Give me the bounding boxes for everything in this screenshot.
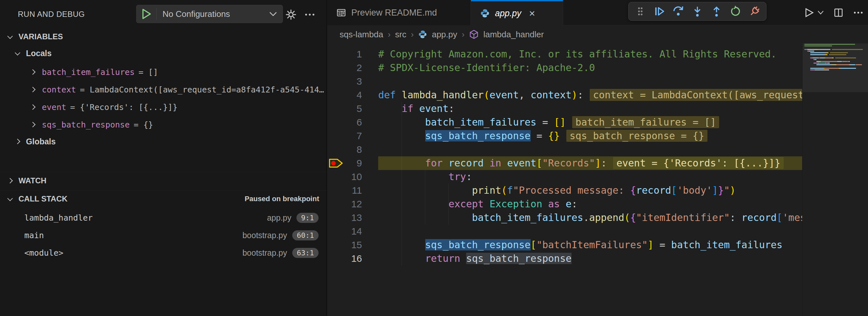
gear-icon[interactable] (284, 8, 298, 22)
disconnect-button[interactable] (747, 4, 762, 19)
close-icon[interactable]: × (529, 8, 535, 19)
tab-preview-readme[interactable]: Preview README.md (327, 0, 471, 25)
section-divider (0, 171, 327, 172)
line-number[interactable]: 15 (327, 238, 378, 252)
code-line[interactable]: sqs_batch_response["batchItemFailures"] … (378, 238, 802, 252)
line-number[interactable]: 13 (327, 211, 378, 224)
continue-button[interactable] (652, 4, 666, 19)
chevron-down-icon (817, 10, 824, 15)
run-python-file-button[interactable] (804, 7, 824, 18)
breakpoint-paused-arrow-icon[interactable] (329, 157, 343, 169)
watch-section-header[interactable]: WATCH (0, 172, 327, 189)
chevron-right-icon (15, 139, 21, 145)
line-number[interactable]: 10 (327, 170, 378, 184)
stack-frame[interactable]: lambda_handler app.py 9:1 (0, 210, 327, 226)
code-token (378, 103, 402, 114)
code-line[interactable]: if event: (378, 102, 802, 116)
line-number[interactable]: 1 (327, 48, 378, 61)
code-token: lambda_handler (402, 89, 484, 101)
drag-handle[interactable] (633, 4, 647, 19)
code-token: ) (730, 185, 736, 196)
start-debug-button[interactable] (136, 8, 157, 20)
code-line[interactable]: batch_item_failures.append({"itemIdentif… (378, 211, 802, 224)
code-lines: # Copyright Amazon.com, Inc. or its affi… (378, 43, 802, 316)
code-line[interactable]: batch_item_failures = []batch_item_failu… (378, 116, 802, 129)
config-dropdown-label: No Configurations (157, 9, 264, 19)
step-over-button[interactable] (671, 4, 685, 19)
code-token: sqs_batch_response (466, 253, 571, 264)
code-token: [] (554, 117, 566, 128)
restart-button[interactable] (728, 4, 742, 19)
code-token: ( (624, 212, 630, 223)
code-token: "Records" (542, 157, 595, 169)
python-icon (480, 8, 490, 18)
code-token: print (472, 185, 501, 196)
code-line[interactable]: except Exception as e: (378, 197, 802, 211)
variables-section-header[interactable]: VARIABLES (0, 29, 327, 44)
code-line[interactable]: print(f"Processed message: {record['body… (378, 184, 802, 197)
code-token: f (507, 185, 513, 196)
code-line[interactable]: # SPDX-License-Identifier: Apache-2.0 (378, 61, 802, 74)
line-number[interactable]: 16 (327, 252, 378, 265)
code-line[interactable]: return sqs_batch_response (378, 252, 802, 265)
breadcrumb-item[interactable]: src (395, 30, 406, 39)
code-token: event (490, 89, 519, 101)
line-number[interactable]: 8 (327, 143, 378, 156)
stack-frame[interactable]: <module> bootstrap.py 63:1 (0, 245, 327, 261)
debug-config-dropdown[interactable]: No Configurations (136, 5, 283, 23)
split-editor-icon[interactable] (834, 8, 843, 18)
variable-row[interactable]: sqs_batch_response = {} (0, 117, 327, 132)
paused-status: Paused on breakpoint (245, 195, 319, 203)
chevron-down-icon (7, 196, 13, 201)
scope-globals[interactable]: Globals (0, 134, 327, 149)
variable-row[interactable]: batch_item_failures = [] (0, 64, 327, 80)
code-token: # Copyright Amazon.com, Inc. or its affi… (378, 48, 777, 60)
stack-frame[interactable]: main bootstrap.py 60:1 (0, 227, 327, 243)
variable-row[interactable]: event = {'Records': [{...}]} (0, 99, 327, 115)
chevron-right-icon (30, 87, 36, 92)
code-token: = (654, 239, 671, 250)
line-number[interactable]: 5 (327, 102, 378, 116)
code-line[interactable]: for record in event["Records"]:event = {… (378, 156, 802, 170)
code-line[interactable] (378, 143, 802, 156)
code-line[interactable]: sqs_batch_response = {}sqs_batch_respons… (378, 129, 802, 143)
code-token: : (730, 212, 742, 223)
line-number[interactable]: 2 (327, 61, 378, 74)
scope-locals[interactable]: Locals (0, 45, 327, 61)
callstack-section-header[interactable]: CALL STACK Paused on breakpoint (0, 191, 327, 207)
code-token: record (448, 157, 484, 169)
code-token: " (724, 185, 730, 196)
line-number[interactable]: 14 (327, 224, 378, 238)
code-line[interactable]: def lambda_handler(event, context):conte… (378, 88, 802, 102)
code-line[interactable]: try: (378, 170, 802, 184)
line-number[interactable]: 7 (327, 129, 378, 143)
code-region: 12345678910111213141516 # Copyright Amaz… (327, 43, 868, 316)
code-line[interactable] (378, 74, 802, 88)
line-number[interactable]: 3 (327, 74, 378, 88)
breadcrumb: sqs-lambda › src › app.py › lambda_handl… (327, 25, 868, 43)
code-line[interactable]: # Copyright Amazon.com, Inc. or its affi… (378, 48, 802, 61)
code-line[interactable] (378, 224, 802, 238)
line-number[interactable]: 12 (327, 197, 378, 211)
breadcrumb-item[interactable]: app.py (432, 30, 457, 39)
code-token (484, 198, 490, 210)
code-token: try (448, 171, 466, 182)
variable-row[interactable]: context = LambdaContext([aws_request_id=… (0, 82, 327, 97)
editor-actions (804, 0, 864, 25)
line-number[interactable]: 6 (327, 116, 378, 129)
code-token: : (466, 171, 472, 182)
symbol-method-icon (469, 30, 479, 39)
line-number[interactable]: 11 (327, 184, 378, 197)
breadcrumb-item[interactable]: lambda_handler (483, 30, 544, 39)
code-token (378, 198, 448, 210)
breadcrumb-item[interactable]: sqs-lambda (340, 30, 383, 39)
tab-app-py[interactable]: app.py × (471, 0, 563, 25)
line-number[interactable]: 4 (327, 88, 378, 102)
code-token: ( (501, 185, 507, 196)
more-actions-icon[interactable] (303, 8, 317, 22)
inline-debug-value: batch_item_failures = [] (572, 116, 719, 128)
step-into-button[interactable] (690, 4, 705, 19)
step-out-button[interactable] (709, 4, 724, 19)
code-token: , (519, 89, 531, 101)
more-actions-icon[interactable] (853, 7, 864, 18)
